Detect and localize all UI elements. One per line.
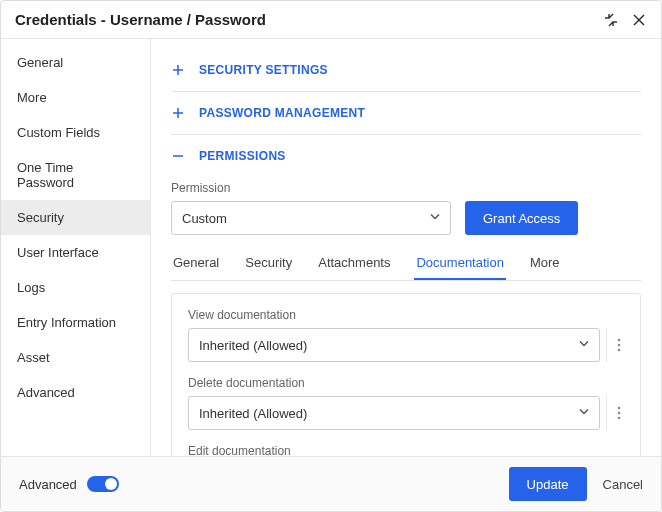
delete-doc-select[interactable]: Inherited (Allowed): [188, 396, 600, 430]
delete-doc-value: Inherited (Allowed): [199, 406, 307, 421]
view-doc-label: View documentation: [188, 308, 624, 322]
section-title: Security Settings: [199, 63, 328, 77]
permission-label: Permission: [171, 181, 641, 195]
permission-value: Custom: [182, 211, 227, 226]
delete-doc-menu[interactable]: [606, 396, 624, 430]
plus-icon: [171, 64, 185, 76]
section-password-management[interactable]: Password Management: [171, 92, 641, 134]
sidebar-item-security[interactable]: Security: [1, 200, 150, 235]
tab-documentation[interactable]: Documentation: [414, 247, 505, 280]
minimize-icon[interactable]: [603, 12, 619, 28]
advanced-toggle[interactable]: [87, 476, 119, 492]
section-title: Permissions: [199, 149, 286, 163]
update-button[interactable]: Update: [509, 467, 587, 501]
sidebar-item-entry-info[interactable]: Entry Information: [1, 305, 150, 340]
section-title: Password Management: [199, 106, 365, 120]
svg-point-2: [617, 349, 620, 352]
sidebar-item-advanced[interactable]: Advanced: [1, 375, 150, 410]
tab-security[interactable]: Security: [243, 247, 294, 280]
delete-doc-label: Delete documentation: [188, 376, 624, 390]
sidebar-item-ui[interactable]: User Interface: [1, 235, 150, 270]
sidebar-item-general[interactable]: General: [1, 45, 150, 80]
titlebar: Credentials - Username / Password: [1, 1, 661, 39]
tab-more[interactable]: More: [528, 247, 562, 280]
main-panel: Security Settings Password Management Pe…: [151, 39, 661, 456]
credentials-dialog: Credentials - Username / Password Genera…: [0, 0, 662, 512]
section-security-settings[interactable]: Security Settings: [171, 49, 641, 91]
tab-general[interactable]: General: [171, 247, 221, 280]
sidebar-item-otp[interactable]: One Time Password: [1, 150, 150, 200]
edit-doc-label: Edit documentation: [188, 444, 624, 456]
sidebar-item-logs[interactable]: Logs: [1, 270, 150, 305]
svg-point-5: [617, 417, 620, 420]
tab-attachments[interactable]: Attachments: [316, 247, 392, 280]
plus-icon: [171, 107, 185, 119]
svg-point-4: [617, 412, 620, 415]
sidebar-item-asset[interactable]: Asset: [1, 340, 150, 375]
permission-select[interactable]: Custom: [171, 201, 451, 235]
footer: Advanced Update Cancel: [1, 456, 661, 511]
cancel-button[interactable]: Cancel: [603, 477, 643, 492]
minus-icon: [171, 150, 185, 162]
sidebar: General More Custom Fields One Time Pass…: [1, 39, 151, 456]
dialog-title: Credentials - Username / Password: [15, 11, 266, 28]
close-icon[interactable]: [631, 12, 647, 28]
permission-tabs: General Security Attachments Documentati…: [171, 247, 641, 281]
view-doc-value: Inherited (Allowed): [199, 338, 307, 353]
svg-point-0: [617, 339, 620, 342]
grant-access-button[interactable]: Grant Access: [465, 201, 578, 235]
section-permissions[interactable]: Permissions: [171, 135, 641, 177]
sidebar-item-more[interactable]: More: [1, 80, 150, 115]
svg-point-1: [617, 344, 620, 347]
view-doc-select[interactable]: Inherited (Allowed): [188, 328, 600, 362]
sidebar-item-custom-fields[interactable]: Custom Fields: [1, 115, 150, 150]
svg-point-3: [617, 407, 620, 410]
view-doc-menu[interactable]: [606, 328, 624, 362]
permissions-box: View documentation Inherited (Allowed): [171, 293, 641, 456]
advanced-label: Advanced: [19, 477, 77, 492]
